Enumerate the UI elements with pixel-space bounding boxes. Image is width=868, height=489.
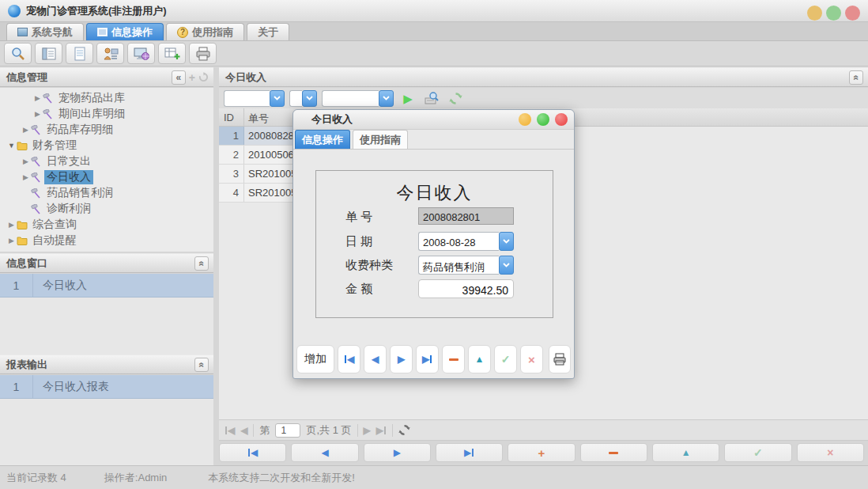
prev-page-button[interactable]: ◀ <box>240 425 247 436</box>
filter-select-3[interactable] <box>322 90 394 107</box>
tab-system-nav[interactable]: 系统导航 <box>6 23 84 40</box>
last-record-button[interactable]: ▶ <box>436 443 503 462</box>
last-record-button[interactable]: ▶ <box>416 345 439 373</box>
monitor-globe-button[interactable] <box>127 43 155 64</box>
tree-item-finance-mgmt[interactable]: ▼ 财务管理 <box>0 138 213 154</box>
cancel-record-button[interactable]: × <box>797 443 864 462</box>
tree-item-auto-remind[interactable]: ▶ 自动提醒 <box>0 233 213 248</box>
filter-select-1[interactable] <box>224 90 285 107</box>
chevron-right-icon: ▶ <box>21 157 31 165</box>
tree-item-period-out-detail[interactable]: ▶ 期间出库明细 <box>0 106 213 122</box>
collapse-panel-button[interactable]: « <box>194 358 209 372</box>
run-query-button[interactable]: ▶ <box>398 89 417 107</box>
user-report-icon <box>102 46 119 62</box>
next-record-button[interactable]: ▶ <box>390 345 413 373</box>
tree-item-drug-stock-detail[interactable]: ▶ 药品库存明细 <box>0 122 213 138</box>
filter-select-2[interactable] <box>289 90 317 107</box>
tab-label: 使用指南 <box>192 25 233 40</box>
chevron-down-icon: ▼ <box>6 142 17 150</box>
tree-item-pet-drug-out[interactable]: ▶ 宠物药品出库 <box>0 90 213 106</box>
filter-select-1-value <box>224 90 270 107</box>
page-prefix-label: 第 <box>259 423 270 438</box>
collapse-panel-button[interactable]: « <box>849 70 863 85</box>
chevron-down-icon[interactable] <box>302 90 317 107</box>
dialog-titlebar[interactable]: 今日收入 <box>293 110 574 130</box>
column-header-docno[interactable]: 单号 <box>244 108 269 126</box>
list-item[interactable]: 1 今日收入报表 <box>0 375 213 399</box>
next-record-button[interactable]: ▶ <box>364 443 431 462</box>
prev-record-button[interactable]: ◀ <box>291 443 358 462</box>
tab-about[interactable]: 关于 <box>247 23 289 40</box>
date-select[interactable]: 2008-08-28 <box>418 232 514 251</box>
chevron-down-icon[interactable] <box>270 90 285 107</box>
delete-record-button[interactable] <box>442 345 465 373</box>
chevron-down-icon[interactable] <box>499 256 514 275</box>
first-record-button[interactable]: ◀ <box>338 345 360 373</box>
search-button[interactable] <box>4 43 32 64</box>
operator-label: 操作者:Admin <box>104 471 167 485</box>
tab-user-guide[interactable]: ? 使用指南 <box>166 23 244 40</box>
dialog-tab-info-ops[interactable]: 信息操作 <box>295 130 350 149</box>
fee-type-select[interactable]: 药品销售利润 <box>418 256 514 275</box>
add-button[interactable]: 增加 <box>296 345 334 373</box>
first-record-button[interactable]: ◀ <box>219 443 286 462</box>
panel-header-today-income: 今日收入 « <box>219 67 868 87</box>
next-page-button[interactable]: ▶ <box>364 425 371 436</box>
add-record-button[interactable]: + <box>508 443 575 462</box>
tool-icon <box>43 109 56 119</box>
tree-item-diagnosis-profit[interactable]: 诊断利润 <box>0 201 213 217</box>
fee-type-select-value: 药品销售利润 <box>418 256 499 275</box>
status-bar: 当前记录数 4 操作者:Admin 本系统支持二次开发和全新开发! <box>0 465 868 489</box>
last-page-button[interactable]: ▶ <box>376 425 387 436</box>
save-record-button[interactable]: ✓ <box>724 443 791 462</box>
prev-record-button[interactable]: ◀ <box>364 345 387 373</box>
tree-item-today-income[interactable]: ▶ 今日收入 <box>0 169 213 185</box>
user-report-button[interactable] <box>96 43 124 64</box>
table-add-button[interactable] <box>158 43 186 64</box>
cell-id: 1 <box>219 127 244 145</box>
page-number-input[interactable] <box>275 423 300 438</box>
print-button[interactable] <box>549 345 571 373</box>
record-nav-bar: ◀ ◀ ▶ ▶ + ▲ ✓ × <box>219 442 864 464</box>
dialog-tab-user-guide[interactable]: 使用指南 <box>353 130 408 149</box>
dialog-minimize-button[interactable] <box>519 113 531 126</box>
refresh-button[interactable] <box>446 89 465 107</box>
first-page-button[interactable]: ◀ <box>225 425 235 436</box>
dialog-maximize-button[interactable] <box>537 113 549 126</box>
tree-item-daily-expense[interactable]: ▶ 日常支出 <box>0 154 213 169</box>
amount-input[interactable]: 39942.50 <box>418 279 514 298</box>
window-titlebar: 宠物门诊管理系统(非注册用户) <box>0 0 868 22</box>
list-item[interactable]: 1 今日收入 <box>0 274 213 298</box>
list-view-button[interactable] <box>35 43 62 64</box>
new-document-button[interactable] <box>66 43 93 64</box>
tab-info-ops[interactable]: 信息操作 <box>86 23 164 40</box>
window-icon <box>17 28 28 36</box>
collapse-panel-button[interactable]: « <box>172 70 186 85</box>
minimize-button[interactable] <box>807 6 822 21</box>
chevron-down-icon[interactable] <box>499 232 514 251</box>
print-button[interactable] <box>189 43 217 64</box>
edit-record-button[interactable]: ▲ <box>652 443 719 462</box>
delete-record-button[interactable] <box>580 443 647 462</box>
dialog-close-button[interactable] <box>555 113 568 126</box>
collapse-panel-button[interactable]: « <box>194 256 209 271</box>
tree-item-综合查询[interactable]: ▶ 综合查询 <box>0 217 213 233</box>
close-button[interactable] <box>845 6 860 21</box>
edit-record-button[interactable]: ▲ <box>468 345 491 373</box>
chevron-down-icon[interactable] <box>379 90 394 107</box>
panel-header-report-output: 报表输出 « <box>0 354 213 374</box>
maximize-button[interactable] <box>826 6 841 21</box>
icon-toolbar <box>0 41 868 66</box>
tool-icon <box>31 172 44 183</box>
report-output-list: 1 今日收入报表 <box>0 375 213 465</box>
tree-item-label: 财务管理 <box>30 138 79 153</box>
advanced-search-button[interactable] <box>422 89 441 107</box>
tree-item-drug-sales-profit[interactable]: 药品销售利润 <box>0 185 213 201</box>
tool-icon <box>31 157 44 167</box>
save-record-button[interactable]: ✓ <box>494 345 517 373</box>
tree-item-label: 综合查询 <box>30 218 79 232</box>
cell-docno: 20100506 <box>244 146 294 164</box>
cancel-record-button[interactable]: × <box>520 345 543 373</box>
pager-refresh-button[interactable] <box>398 424 410 436</box>
column-header-id[interactable]: ID <box>219 108 244 126</box>
